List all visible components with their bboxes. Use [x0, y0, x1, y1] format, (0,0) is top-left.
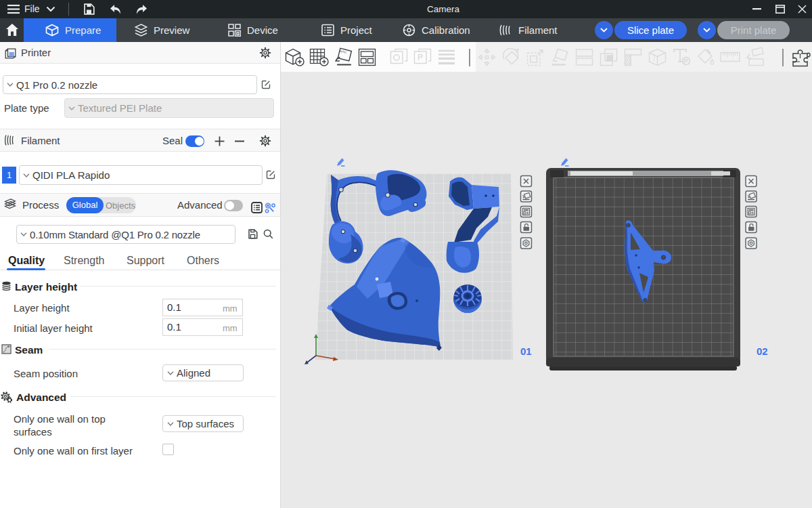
svg-text:01: 01	[520, 345, 532, 357]
svg-text:02: 02	[757, 345, 768, 357]
